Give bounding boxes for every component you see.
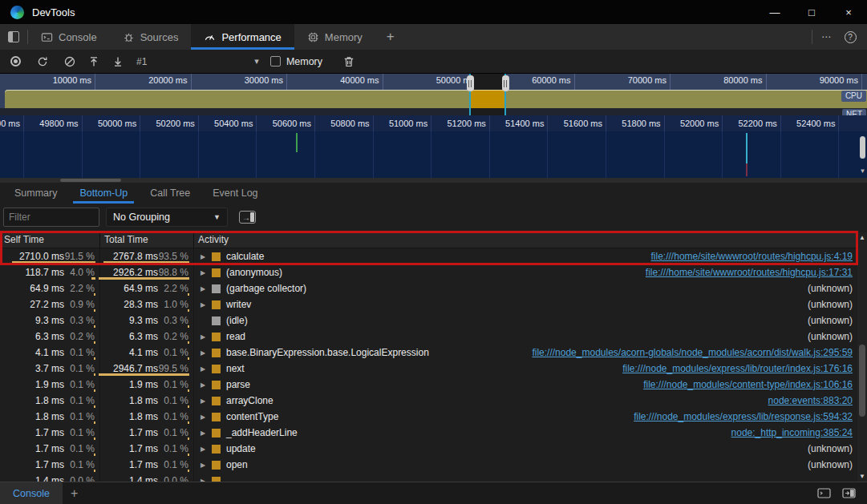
activity-source-link[interactable]: file:///node_modules/express/lib/respons… [634,411,857,422]
table-row[interactable]: 1.7 ms 0.1 % 1.7 ms 0.1 % ▶ _addHeaderLi… [0,425,857,441]
table-row[interactable]: 2710.0 ms 91.5 % 2767.8 ms 93.5 % ▶ calc… [0,248,857,264]
expand-arrow-icon[interactable]: ▶ [201,269,210,276]
scrollbar-thumb[interactable] [860,136,865,159]
filter-input[interactable] [3,208,99,227]
save-profile-button[interactable] [106,50,130,73]
flame-gridline [722,131,723,178]
table-row[interactable]: 4.1 ms 0.1 % 4.1 ms 0.1 % ▶ base.BinaryE… [0,345,857,361]
tab-memory[interactable]: Memory [294,24,375,50]
expand-arrow-icon[interactable]: ▶ [201,462,210,469]
timeline-overview[interactable]: 10000 ms20000 ms30000 ms40000 ms50000 ms… [0,74,867,115]
expand-arrow-icon[interactable]: ▶ [201,253,210,260]
activity-source-link[interactable]: file:///node_modules/express/lib/router/… [622,363,857,374]
drawer-add-tab-button[interactable]: + [71,486,78,501]
record-button[interactable] [3,50,27,73]
table-row[interactable]: 64.9 ms 2.2 % 64.9 ms 2.2 % ▶ (garbage c… [0,280,857,296]
expand-arrow-icon[interactable]: ▶ [201,365,210,373]
self-time-bar [94,470,96,472]
overview-selection-window[interactable] [469,74,508,115]
column-header-activity[interactable]: Activity [194,232,857,248]
tab-event-log[interactable]: Event Log [201,183,269,204]
scrollbar-thumb[interactable] [859,345,865,417]
self-time-bar [94,309,96,312]
activity-type-icon [212,284,221,293]
history-dropdown-caret[interactable]: ▾ [254,56,259,67]
table-row[interactable]: 27.2 ms 0.9 % 28.3 ms 1.0 % ▶ writev (un… [0,296,857,312]
selection-left-handle[interactable] [467,75,474,91]
tab-call-tree[interactable]: Call Tree [139,183,201,204]
close-button[interactable]: × [830,0,867,24]
delete-recording-button[interactable] [337,50,361,73]
self-time-cell: 6.3 ms 0.2 % [0,329,100,345]
expand-arrow-icon[interactable]: ▶ [201,285,210,292]
expand-arrow-icon[interactable]: ▶ [201,397,210,405]
tab-sources[interactable]: Sources [110,24,192,50]
scrollbar-thumb[interactable] [60,179,121,182]
drawer-tab-console[interactable]: Console [0,482,63,504]
tab-summary[interactable]: Summary [3,183,68,204]
scroll-up-arrow[interactable]: ▲ [857,234,867,241]
memory-checkbox[interactable] [270,56,281,67]
activity-cell: ▶ calculate file:///home/site/wwwroot/ro… [194,248,857,264]
table-row[interactable]: 1.7 ms 0.1 % 1.7 ms 0.1 % ▶ open (unknow… [0,457,857,473]
activity-cell: ▶ [194,473,857,482]
activity-name: contentType [226,411,278,422]
open-console-drawer-icon[interactable] [817,487,831,499]
table-row[interactable]: 6.3 ms 0.2 % 6.3 ms 0.2 % ▶ read (unknow… [0,329,857,345]
table-row[interactable]: 1.8 ms 0.1 % 1.8 ms 0.1 % ▶ arrayClone n… [0,393,857,409]
column-header-self-time[interactable]: Self Time [0,232,100,248]
activity-cell: ▶ base.BinaryExpression.base.LogicalExpr… [194,345,857,361]
flame-chart[interactable]: ▼ [0,131,867,178]
activity-source-link[interactable]: file:///node_modules/acorn-globals/node_… [532,347,857,358]
table-row[interactable]: 1.4 ms 0.0 % 1.4 ms 0.0 % ▶ [0,473,857,482]
self-time-percent: 0.2 % [64,331,99,342]
memory-checkbox-group[interactable]: Memory [270,56,322,67]
table-row[interactable]: 1.7 ms 0.1 % 1.7 ms 0.1 % ▶ update (unkn… [0,441,857,457]
activity-source-link[interactable]: file:///home/site/wwwroot/routes/highcpu… [646,267,857,278]
table-row[interactable]: 118.7 ms 4.0 % 2926.2 ms 98.8 % ▶ (anony… [0,264,857,280]
scroll-down-arrow[interactable]: ▼ [857,473,867,480]
add-panel-button[interactable]: + [375,24,406,50]
help-button[interactable]: ? [840,26,861,47]
total-time-cell: 6.3 ms 0.2 % [100,329,194,345]
expand-arrow-icon[interactable]: ▶ [201,413,210,421]
expand-arrow-icon[interactable]: ▶ [201,446,210,453]
activity-source-link[interactable]: file:///node_modules/content-type/index.… [643,379,857,390]
table-row[interactable]: 9.3 ms 0.3 % 9.3 ms 0.3 % ▶ (idle) (unkn… [0,312,857,329]
expand-arrow-icon[interactable]: ▶ [201,429,210,437]
selection-right-handle[interactable] [502,75,509,91]
column-header-total-time[interactable]: Total Time [100,232,194,248]
activity-name: (anonymous) [226,267,282,278]
overview-tick-label: 20000 ms [120,75,188,85]
expand-arrow-icon[interactable]: ▶ [201,333,210,341]
table-row[interactable]: 1.9 ms 0.1 % 1.9 ms 0.1 % ▶ parse file:/… [0,377,857,393]
table-row[interactable]: 3.7 ms 0.1 % 2946.7 ms 99.5 % ▶ next fil… [0,361,857,377]
maximize-button[interactable]: □ [793,0,830,24]
activity-source-link[interactable]: file:///home/site/wwwroot/routes/highcpu… [651,251,857,262]
grid-vertical-scrollbar[interactable]: ▲ ▼ [857,232,867,482]
activity-name: base.BinaryExpression.base.LogicalExpres… [226,347,429,358]
grouping-dropdown[interactable]: No Grouping ▼ [106,208,228,227]
tab-console[interactable]: Console [28,24,110,50]
tab-bottom-up[interactable]: Bottom-Up [68,183,139,204]
more-options-button[interactable]: ⋯ [816,26,837,47]
flame-vertical-scrollbar[interactable]: ▼ [858,133,867,176]
quick-view-panel-icon[interactable] [842,487,856,499]
expand-arrow-icon[interactable]: ▶ [201,349,210,357]
memory-chip-icon [307,31,319,43]
scroll-down-arrow[interactable]: ▼ [858,167,867,175]
self-time-cell: 27.2 ms 0.9 % [0,296,100,312]
load-profile-button[interactable] [82,50,106,73]
tab-performance[interactable]: Performance [191,24,294,50]
expand-arrow-icon[interactable]: ▶ [201,381,210,389]
overview-net-band [0,108,867,115]
clear-button[interactable] [58,50,82,73]
expand-arrow-icon[interactable]: ▶ [201,301,210,308]
minimize-button[interactable]: — [756,0,793,24]
table-row[interactable]: 1.8 ms 0.1 % 1.8 ms 0.1 % ▶ contentType … [0,409,857,425]
inspect-tool-button[interactable] [0,24,27,50]
heaviest-stack-button[interactable]: → [239,211,256,224]
activity-source-link[interactable]: node:events:883:20 [768,395,857,406]
activity-source-link[interactable]: node:_http_incoming:385:24 [731,427,857,438]
reload-and-record-button[interactable] [30,50,55,73]
